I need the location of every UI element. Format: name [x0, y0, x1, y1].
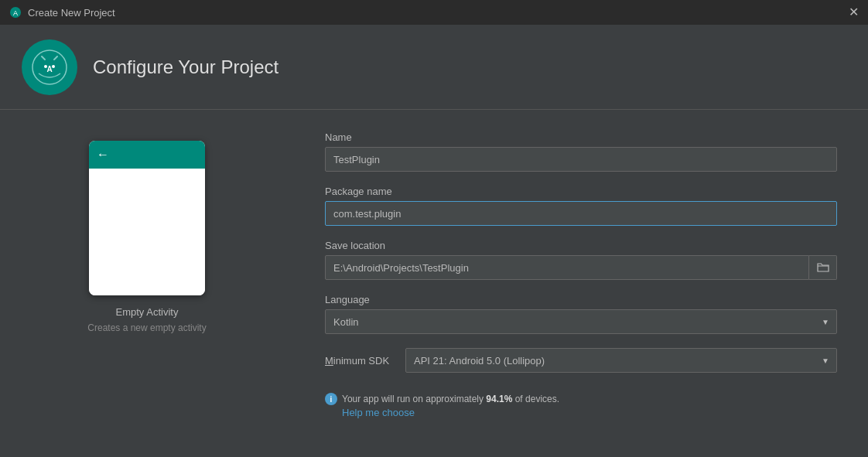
language-group: Language Java Kotlin ▼ [325, 294, 837, 334]
language-label: Language [325, 294, 837, 305]
activity-label: Empty Activity [116, 306, 179, 318]
close-button[interactable]: ✕ [848, 7, 859, 18]
folder-browse-button[interactable] [809, 255, 837, 280]
android-studio-logo: A [22, 39, 77, 95]
page-title: Configure Your Project [93, 56, 279, 78]
svg-text:A: A [13, 9, 18, 17]
header: A Configure Your Project [0, 25, 868, 110]
logo-svg: A [31, 49, 68, 86]
minimum-sdk-group: Minimum SDK API 16: Android 4.1 (Jelly B… [325, 348, 837, 373]
package-name-input[interactable] [325, 201, 837, 226]
package-name-label: Package name [325, 186, 837, 197]
info-icon: i [325, 393, 337, 405]
svg-line-4 [42, 56, 45, 60]
title-bar-text: Create New Project [28, 7, 115, 19]
svg-line-5 [54, 56, 57, 60]
name-input[interactable] [325, 147, 837, 172]
minimum-sdk-select-wrapper: API 16: Android 4.1 (Jelly Bean) API 21:… [405, 348, 837, 373]
svg-text:A: A [46, 65, 52, 73]
android-studio-small-icon: A [9, 6, 22, 19]
title-bar: A Create New Project ✕ [0, 0, 868, 25]
language-select-wrapper: Java Kotlin ▼ [325, 309, 837, 334]
save-location-group: Save location [325, 240, 837, 280]
preview-topbar: ← [89, 141, 205, 169]
activity-sublabel: Creates a new empty activity [87, 322, 206, 333]
language-select[interactable]: Java Kotlin [325, 309, 837, 334]
save-location-label: Save location [325, 240, 837, 251]
main-content: ← Empty Activity Creates a new empty act… [0, 110, 868, 457]
name-label: Name [325, 131, 837, 143]
right-panel: Name Package name Save location [294, 110, 868, 457]
folder-icon [817, 262, 829, 273]
minimum-sdk-label: Minimum SDK [325, 355, 395, 367]
minimum-sdk-select[interactable]: API 16: Android 4.1 (Jelly Bean) API 21:… [405, 348, 837, 373]
preview-body [89, 169, 205, 295]
phone-preview: ← [89, 141, 205, 295]
info-text: Your app will run on approximately 94.1%… [342, 394, 559, 404]
save-location-input[interactable] [325, 255, 809, 280]
preview-back-arrow: ← [97, 148, 109, 162]
left-panel: ← Empty Activity Creates a new empty act… [0, 110, 294, 457]
name-group: Name [325, 131, 837, 172]
package-name-group: Package name [325, 186, 837, 226]
info-row: i Your app will run on approximately 94.… [325, 393, 837, 405]
info-percentage: 94.1% [486, 394, 512, 404]
title-bar-left: A Create New Project [9, 6, 115, 19]
help-me-choose-link[interactable]: Help me choose [342, 407, 837, 418]
save-location-input-group [325, 255, 837, 280]
